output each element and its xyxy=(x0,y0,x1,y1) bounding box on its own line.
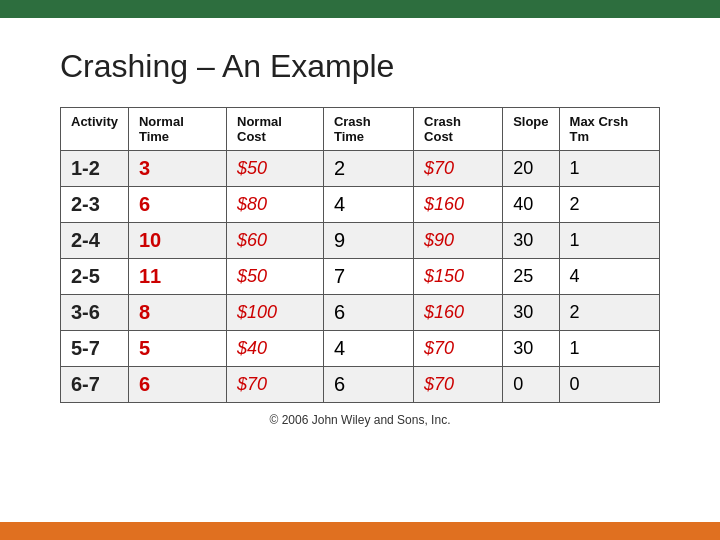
cell-slope: 25 xyxy=(503,259,559,295)
header-crash-time: Crash Time xyxy=(323,108,413,151)
cell-crash-time: 9 xyxy=(323,223,413,259)
cell-slope: 30 xyxy=(503,223,559,259)
footer-text: © 2006 John Wiley and Sons, Inc. xyxy=(60,413,660,427)
cell-normal-time: 6 xyxy=(128,367,226,403)
cell-crash-cost: $150 xyxy=(414,259,503,295)
cell-normal-time: 5 xyxy=(128,331,226,367)
cell-activity: 2-4 xyxy=(61,223,129,259)
cell-crash-cost: $160 xyxy=(414,187,503,223)
header-normal-cost: Normal Cost xyxy=(227,108,324,151)
cell-activity: 1-2 xyxy=(61,151,129,187)
cell-max-crsh: 1 xyxy=(559,331,659,367)
cell-normal-time: 11 xyxy=(128,259,226,295)
table-row: 1-23$502$70201 xyxy=(61,151,660,187)
crashing-table: Activity Normal Time Normal Cost Crash T… xyxy=(60,107,660,403)
cell-max-crsh: 4 xyxy=(559,259,659,295)
cell-normal-time: 8 xyxy=(128,295,226,331)
cell-activity: 6-7 xyxy=(61,367,129,403)
header-activity: Activity xyxy=(61,108,129,151)
cell-normal-time: 6 xyxy=(128,187,226,223)
cell-normal-cost: $80 xyxy=(227,187,324,223)
cell-crash-time: 7 xyxy=(323,259,413,295)
cell-slope: 40 xyxy=(503,187,559,223)
cell-max-crsh: 1 xyxy=(559,223,659,259)
table-row: 5-75$404$70301 xyxy=(61,331,660,367)
cell-crash-time: 4 xyxy=(323,331,413,367)
cell-crash-cost: $70 xyxy=(414,151,503,187)
header-normal-time: Normal Time xyxy=(128,108,226,151)
table-row: 2-511$507$150254 xyxy=(61,259,660,295)
cell-activity: 2-3 xyxy=(61,187,129,223)
cell-slope: 30 xyxy=(503,331,559,367)
cell-activity: 5-7 xyxy=(61,331,129,367)
cell-crash-cost: $70 xyxy=(414,331,503,367)
cell-crash-time: 6 xyxy=(323,367,413,403)
table-row: 3-68$1006$160302 xyxy=(61,295,660,331)
cell-normal-cost: $60 xyxy=(227,223,324,259)
cell-crash-time: 4 xyxy=(323,187,413,223)
cell-max-crsh: 2 xyxy=(559,295,659,331)
cell-slope: 20 xyxy=(503,151,559,187)
cell-normal-cost: $70 xyxy=(227,367,324,403)
cell-normal-cost: $40 xyxy=(227,331,324,367)
header-max-crsh: Max Crsh Tm xyxy=(559,108,659,151)
cell-max-crsh: 1 xyxy=(559,151,659,187)
header-slope: Slope xyxy=(503,108,559,151)
table-row: 2-36$804$160402 xyxy=(61,187,660,223)
cell-activity: 3-6 xyxy=(61,295,129,331)
cell-crash-time: 6 xyxy=(323,295,413,331)
table-header-row: Activity Normal Time Normal Cost Crash T… xyxy=(61,108,660,151)
bottom-bar xyxy=(0,522,720,540)
cell-activity: 2-5 xyxy=(61,259,129,295)
header-crash-cost: Crash Cost xyxy=(414,108,503,151)
cell-normal-cost: $50 xyxy=(227,151,324,187)
cell-slope: 30 xyxy=(503,295,559,331)
cell-max-crsh: 2 xyxy=(559,187,659,223)
cell-normal-cost: $100 xyxy=(227,295,324,331)
cell-slope: 0 xyxy=(503,367,559,403)
table-row: 6-76$706$7000 xyxy=(61,367,660,403)
cell-normal-time: 3 xyxy=(128,151,226,187)
cell-crash-cost: $160 xyxy=(414,295,503,331)
cell-crash-time: 2 xyxy=(323,151,413,187)
cell-normal-cost: $50 xyxy=(227,259,324,295)
table-row: 2-410$609$90301 xyxy=(61,223,660,259)
cell-crash-cost: $90 xyxy=(414,223,503,259)
page-title: Crashing – An Example xyxy=(60,48,660,85)
cell-crash-cost: $70 xyxy=(414,367,503,403)
cell-max-crsh: 0 xyxy=(559,367,659,403)
cell-normal-time: 10 xyxy=(128,223,226,259)
top-bar xyxy=(0,0,720,18)
